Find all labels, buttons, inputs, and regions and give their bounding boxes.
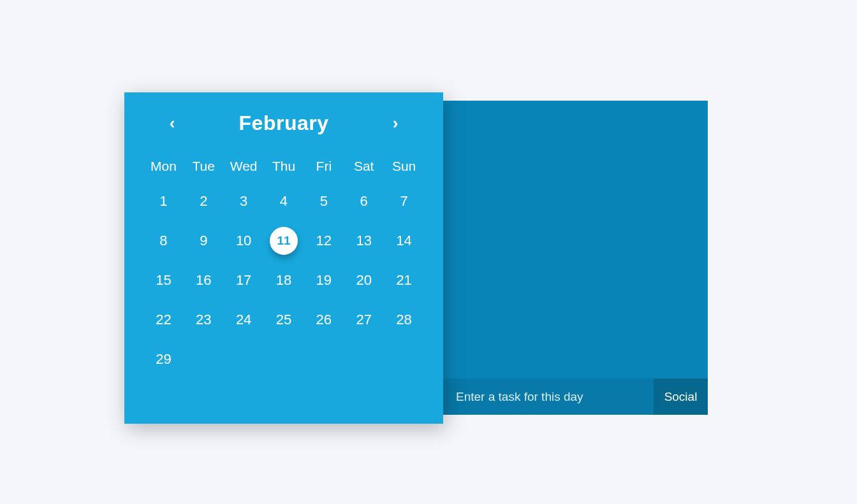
calendar-day[interactable]: 23 [184, 300, 224, 340]
calendar-day[interactable]: 13 [344, 221, 384, 261]
prev-month-button[interactable]: ‹ [163, 114, 182, 133]
task-panel: Social [443, 101, 708, 415]
calendar-day-label: 1 [149, 187, 177, 215]
calendar-day-label: 20 [350, 266, 378, 294]
calendar-day[interactable]: 18 [264, 261, 304, 300]
calendar-day[interactable]: 25 [264, 300, 304, 340]
calendar-day-label: 9 [189, 227, 217, 255]
calendar-day-label: 12 [310, 227, 338, 255]
task-input-row: Social [443, 378, 708, 415]
calendar-grid: MonTueWedThuFriSatSun1234567891011121314… [143, 151, 424, 379]
calendar-day-label: 10 [230, 227, 258, 255]
chevron-left-icon: ‹ [170, 113, 175, 133]
calendar-day-label: 7 [390, 187, 418, 215]
task-category-select[interactable]: Social [654, 378, 708, 415]
calendar-day[interactable]: 27 [344, 300, 384, 340]
calendar-header: ‹ February › [143, 112, 424, 135]
calendar-day[interactable]: 11 [264, 221, 304, 261]
calendar-day[interactable]: 21 [384, 261, 424, 300]
calendar-day[interactable]: 16 [184, 261, 224, 300]
calendar-day-label: 21 [390, 266, 418, 294]
calendar-day[interactable]: 26 [304, 300, 344, 340]
calendar-day-label: 29 [149, 345, 177, 373]
calendar-day[interactable]: 19 [304, 261, 344, 300]
calendar-day[interactable]: 1 [143, 182, 184, 221]
calendar-day[interactable]: 7 [384, 182, 424, 221]
calendar-day-label: 28 [390, 306, 418, 334]
calendar-day-label: 17 [230, 266, 258, 294]
calendar-day[interactable]: 14 [384, 221, 424, 261]
calendar-day[interactable]: 20 [344, 261, 384, 300]
calendar-day[interactable]: 12 [304, 221, 344, 261]
calendar-day-label: 8 [149, 227, 177, 255]
calendar-day[interactable]: 28 [384, 300, 424, 340]
calendar-day-label: 23 [189, 306, 217, 334]
calendar-weekday: Fri [304, 151, 344, 182]
calendar-day-label: 15 [149, 266, 177, 294]
calendar-day[interactable]: 17 [224, 261, 264, 300]
next-month-button[interactable]: › [386, 114, 405, 133]
calendar-day-label: 25 [270, 306, 298, 334]
calendar-month-title: February [239, 112, 329, 135]
calendar-weekday: Sat [344, 151, 384, 182]
calendar-day[interactable]: 9 [184, 221, 224, 261]
calendar-day[interactable]: 29 [143, 340, 184, 379]
calendar-day[interactable]: 4 [264, 182, 304, 221]
calendar-day[interactable]: 24 [224, 300, 264, 340]
calendar: ‹ February › MonTueWedThuFriSatSun123456… [124, 92, 443, 424]
calendar-day-label: 18 [270, 266, 298, 294]
calendar-day-label: 2 [189, 187, 217, 215]
calendar-day-label: 13 [350, 227, 378, 255]
calendar-day[interactable]: 5 [304, 182, 344, 221]
calendar-day-label: 24 [230, 306, 258, 334]
calendar-day[interactable]: 2 [184, 182, 224, 221]
calendar-day[interactable]: 22 [143, 300, 184, 340]
calendar-day-label: 4 [270, 187, 298, 215]
calendar-day-label: 11 [270, 227, 298, 255]
calendar-day-label: 26 [310, 306, 338, 334]
calendar-day[interactable]: 3 [224, 182, 264, 221]
calendar-day-label: 3 [230, 187, 258, 215]
calendar-weekday: Tue [184, 151, 224, 182]
calendar-day-label: 6 [350, 187, 378, 215]
task-list-area [443, 101, 708, 378]
calendar-day-label: 16 [189, 266, 217, 294]
task-input[interactable] [443, 378, 654, 415]
calendar-day-label: 27 [350, 306, 378, 334]
calendar-weekday: Mon [143, 151, 184, 182]
calendar-weekday: Sun [384, 151, 424, 182]
calendar-weekday: Wed [224, 151, 264, 182]
calendar-day-label: 14 [390, 227, 418, 255]
calendar-day[interactable]: 8 [143, 221, 184, 261]
calendar-weekday: Thu [264, 151, 304, 182]
calendar-day-label: 19 [310, 266, 338, 294]
calendar-day[interactable]: 15 [143, 261, 184, 300]
calendar-day-label: 5 [310, 187, 338, 215]
calendar-day[interactable]: 6 [344, 182, 384, 221]
chevron-right-icon: › [393, 113, 399, 133]
calendar-day[interactable]: 10 [224, 221, 264, 261]
calendar-day-label: 22 [149, 306, 177, 334]
